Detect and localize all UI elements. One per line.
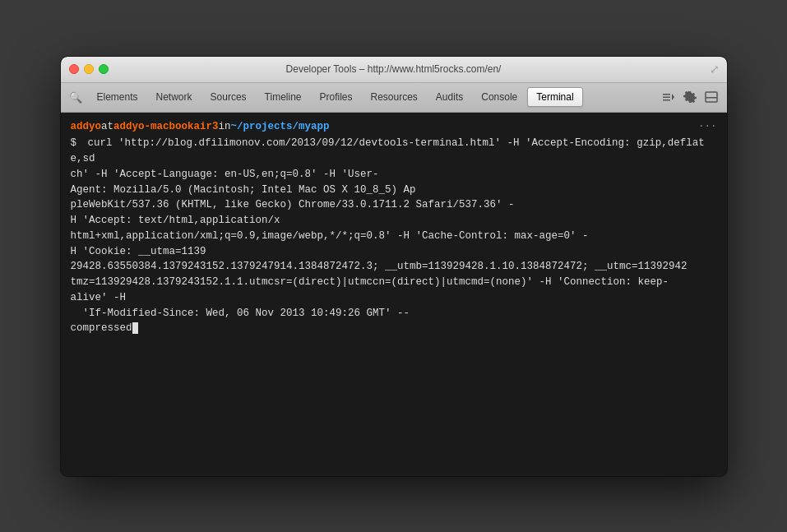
prompt-at: at bbox=[101, 119, 113, 135]
minimize-button[interactable] bbox=[84, 64, 94, 74]
terminal-content[interactable]: addyo at addyo-macbookair3 in ~/projects… bbox=[61, 113, 727, 476]
tab-audits[interactable]: Audits bbox=[428, 88, 471, 106]
prompt-in: in bbox=[219, 119, 231, 135]
svg-marker-3 bbox=[672, 94, 674, 100]
maximize-button[interactable] bbox=[99, 64, 109, 74]
prompt-line: addyo at addyo-macbookair3 in ~/projects… bbox=[71, 119, 717, 135]
tab-console[interactable]: Console bbox=[473, 88, 525, 106]
cursor bbox=[132, 322, 138, 334]
command-output: $ curl 'http://blog.dfilimonov.com/2013/… bbox=[71, 136, 717, 336]
traffic-lights bbox=[69, 64, 109, 74]
window-title: Developer Tools – http://www.html5rocks.… bbox=[286, 63, 502, 75]
titlebar: Developer Tools – http://www.html5rocks.… bbox=[61, 57, 727, 83]
close-button[interactable] bbox=[69, 64, 79, 74]
prompt-path: ~/projects/myapp bbox=[231, 119, 330, 135]
toolbar-icons bbox=[660, 88, 720, 106]
devtools-window: Developer Tools – http://www.html5rocks.… bbox=[61, 57, 727, 476]
toolbar: Elements Network Sources Timeline Profil… bbox=[61, 83, 727, 113]
svg-rect-5 bbox=[706, 97, 717, 99]
resize-icon[interactable] bbox=[709, 63, 720, 75]
tab-network[interactable]: Network bbox=[148, 88, 201, 106]
svg-rect-1 bbox=[663, 97, 670, 99]
execute-icon[interactable] bbox=[660, 88, 678, 106]
settings-icon[interactable] bbox=[681, 88, 699, 106]
svg-rect-2 bbox=[663, 99, 670, 101]
dock-icon[interactable] bbox=[702, 88, 720, 106]
tab-resources[interactable]: Resources bbox=[363, 88, 426, 106]
tab-timeline[interactable]: Timeline bbox=[257, 88, 310, 106]
search-icon[interactable] bbox=[67, 89, 84, 105]
tab-elements[interactable]: Elements bbox=[89, 88, 146, 106]
tab-sources[interactable]: Sources bbox=[202, 88, 255, 106]
tab-profiles[interactable]: Profiles bbox=[311, 88, 360, 106]
tab-terminal[interactable]: Terminal bbox=[527, 87, 582, 107]
svg-rect-0 bbox=[663, 94, 670, 95]
prompt-host: addyo-macbookair3 bbox=[113, 119, 219, 135]
terminal-dots: ··· bbox=[698, 119, 717, 135]
prompt-dollar: $ bbox=[71, 137, 77, 149]
prompt-user: addyo bbox=[71, 119, 102, 135]
